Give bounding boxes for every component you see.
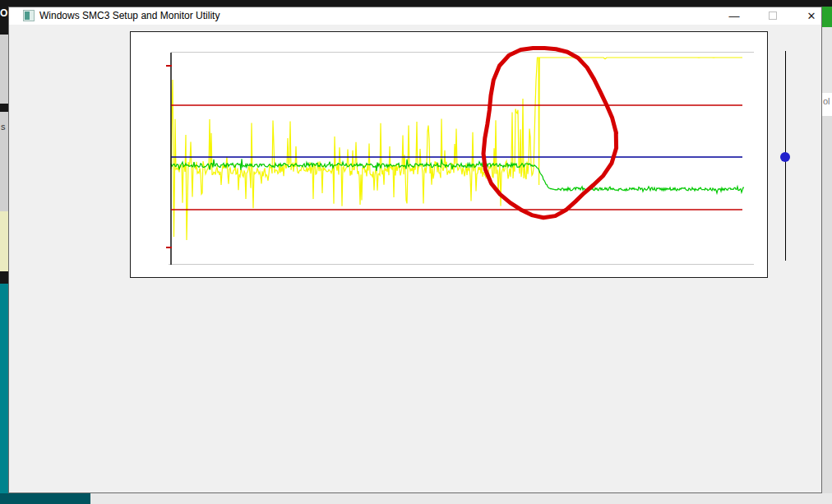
background-fragment-9 (90, 493, 832, 504)
background-fragment-12 (822, 27, 832, 93)
window-title: Windows SMC3 Setup and Monitor Utility (39, 10, 220, 21)
titlebar[interactable]: Windows SMC3 Setup and Monitor Utility —… (8, 7, 822, 25)
trace-feedback (171, 159, 744, 193)
maximize-button[interactable] (754, 7, 792, 25)
background-text-right: ol (823, 96, 830, 106)
position-slider-thumb[interactable] (780, 152, 790, 162)
background-fragment-8 (0, 493, 90, 504)
monitor-chart (130, 31, 768, 278)
maximize-icon (769, 12, 777, 20)
desktop: Osol Windows SMC3 Setup and Monitor Util… (0, 0, 832, 504)
app-icon (23, 10, 35, 21)
background-fragment-5 (0, 211, 8, 271)
app-icon-pane (25, 12, 30, 20)
trace-target-pwm (171, 58, 742, 240)
monitor-chart-svg (131, 32, 767, 277)
background-fragment-7 (0, 284, 8, 504)
background-fragment-0 (0, 0, 832, 7)
minimize-button[interactable]: — (715, 7, 753, 25)
background-text-top-left: O (0, 7, 7, 19)
close-button[interactable]: ✕ (793, 7, 830, 25)
background-fragment-2 (0, 35, 8, 104)
background-fragment-3 (0, 104, 8, 112)
background-fragment-10 (822, 0, 832, 7)
background-fragment-14 (822, 116, 832, 493)
background-text-left: s (1, 122, 6, 132)
annotation-circle (483, 49, 617, 218)
background-fragment-6 (0, 271, 8, 284)
